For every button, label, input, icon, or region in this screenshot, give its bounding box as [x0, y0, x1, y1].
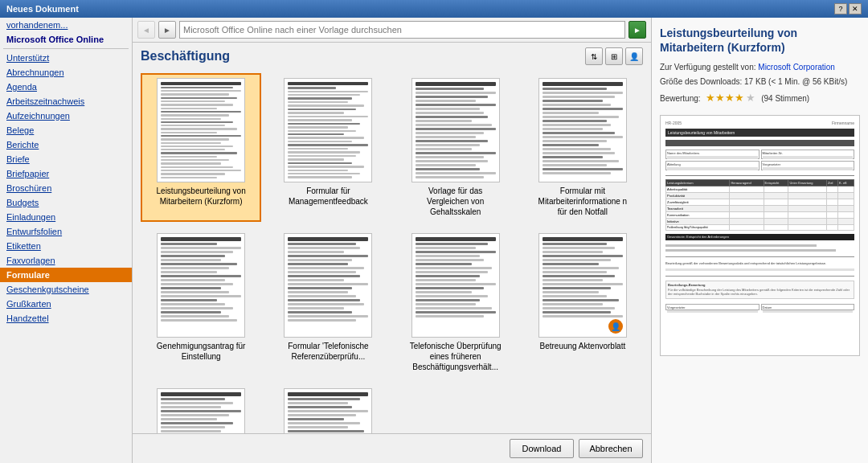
template-item-6[interactable]: Formular 'Telefonische Referenzüberprüfu… — [268, 228, 388, 377]
template-thumb-10 — [284, 388, 372, 433]
template-thumb-3 — [411, 78, 500, 182]
help-button[interactable]: ? — [834, 3, 847, 14]
template-thumb-5 — [157, 233, 245, 338]
template-item-2[interactable]: Formular für Managementfeedback — [268, 73, 388, 222]
template-thumb-8: 👤 — [538, 233, 627, 338]
sidebar-item-geschenkgutscheine[interactable]: Geschenkgutscheine — [0, 282, 132, 297]
stars-empty: ★ — [746, 90, 755, 106]
sidebar-item-einladungen[interactable]: Einladungen — [0, 210, 132, 224]
close-button[interactable]: ✕ — [849, 3, 862, 14]
category-icons: ⇅ ⊞ 👤 — [585, 47, 643, 65]
sidebar-item-etiketten[interactable]: Etiketten — [0, 239, 132, 253]
template-thumb-6 — [284, 233, 372, 338]
sidebar: vorhandenem... Microsoft Office Online U… — [0, 18, 133, 463]
template-thumb-1 — [157, 78, 245, 182]
template-thumb-7 — [411, 233, 500, 338]
cancel-button[interactable]: Abbrechen — [579, 439, 643, 458]
grid-view-icon[interactable]: ⊞ — [605, 47, 623, 65]
template-label-3: Vorlage für das Vergleichen von Gehaltss… — [409, 186, 502, 217]
preview-provider: Zur Verfügung gestellt von: Microsoft Co… — [660, 61, 860, 73]
main-content: ◄ ► ► Beschäftigung ⇅ ⊞ 👤 — [133, 18, 651, 463]
sidebar-item-vorhandene[interactable]: vorhandenem... — [0, 18, 132, 32]
window-controls: ? ✕ — [834, 3, 862, 14]
sidebar-item-abrechnungen[interactable]: Abrechnungen — [0, 65, 132, 80]
template-item-8[interactable]: 👤 Betreuung Aktenvorblatt — [522, 228, 643, 377]
sidebar-item-berichte[interactable]: Berichte — [0, 137, 132, 152]
template-item-9[interactable] — [141, 383, 261, 433]
window-title: Neues Dokument — [6, 4, 79, 14]
back-button[interactable]: ◄ — [137, 21, 155, 39]
template-label-8: Betreuung Aktenvorblatt — [540, 341, 626, 351]
download-button[interactable]: Download — [510, 439, 574, 458]
template-label-6: Formular 'Telefonische Referenzüberprüfu… — [282, 341, 375, 362]
sidebar-item-unterstuetzt[interactable]: Unterstützt — [0, 51, 132, 65]
preview-document-image: HR-2005 Firmenname Leistungsbeurteilung … — [660, 115, 860, 356]
user-icon[interactable]: 👤 — [625, 47, 643, 65]
sidebar-item-broschüren[interactable]: Broschüren — [0, 181, 132, 195]
sidebar-item-arbeitszeitnachweis[interactable]: Arbeitszeitnachweis — [0, 94, 132, 109]
dialog-body: vorhandenem... Microsoft Office Online U… — [0, 18, 868, 463]
sidebar-item-entwurfsfolien[interactable]: Entwurfsfolien — [0, 224, 132, 239]
category-title: Beschäftigung — [141, 49, 230, 64]
search-go-button[interactable]: ► — [628, 21, 646, 39]
template-item-1[interactable]: Leistungsbeurteilung von Mitarbeitern (K… — [141, 73, 261, 222]
sidebar-item-agenda[interactable]: Agenda — [0, 80, 132, 94]
bottom-bar: Download Abbrechen — [133, 433, 651, 463]
template-thumb-4 — [538, 78, 627, 182]
sidebar-item-belege[interactable]: Belege — [0, 123, 132, 137]
preview-rating: Bewertung: ★★★★★ (94 Stimmen) — [660, 90, 860, 106]
sidebar-item-grußkarten[interactable]: Grußkarten — [0, 297, 132, 311]
preview-panel: Leistungsbeurteilung von Mitarbeitern (K… — [651, 18, 868, 463]
template-thumb-2 — [284, 78, 372, 182]
toolbar: ◄ ► ► — [133, 18, 651, 43]
template-item-5[interactable]: Genehmigungsantrag für Einstellung — [141, 228, 261, 377]
sidebar-item-handzettel[interactable]: Handzettel — [0, 311, 132, 326]
preview-size: Größe des Downloads: 17 KB (< 1 Min. @ 5… — [660, 76, 860, 88]
category-header: Beschäftigung ⇅ ⊞ 👤 — [133, 43, 651, 68]
sidebar-divider — [3, 48, 129, 49]
sidebar-item-briefe[interactable]: Briefe — [0, 152, 132, 166]
template-label-4: Formular mit Mitarbeiterinformatione n f… — [536, 186, 628, 217]
sidebar-item-faxvorlagen[interactable]: Faxvorlagen — [0, 253, 132, 268]
sidebar-item-briefpapier[interactable]: Briefpapier — [0, 166, 132, 181]
template-item-3[interactable]: Vorlage für das Vergleichen von Gehaltss… — [395, 73, 516, 222]
template-item-10[interactable] — [268, 383, 388, 433]
forward-button[interactable]: ► — [158, 21, 176, 39]
search-input[interactable] — [179, 21, 625, 39]
templates-area: Leistungsbeurteilung von Mitarbeitern (K… — [133, 68, 651, 433]
sort-icon[interactable]: ⇅ — [585, 47, 603, 65]
size-value: 17 KB (< 1 Min. @ 56 KBit/s) — [744, 77, 847, 86]
template-label-1: Leistungsbeurteilung von Mitarbeitern (K… — [155, 186, 248, 207]
template-label-7: Telefonische Überprüfung eines früheren … — [409, 341, 502, 372]
template-thumb-9 — [157, 388, 245, 433]
template-item-7[interactable]: Telefonische Überprüfung eines früheren … — [395, 228, 516, 377]
stars-filled: ★★★★ — [706, 90, 744, 106]
preview-title: Leistungsbeurteilung von Mitarbeitern (K… — [660, 26, 860, 55]
template-label-5: Genehmigungsantrag für Einstellung — [155, 341, 248, 362]
title-bar: Neues Dokument ? ✕ — [0, 0, 868, 18]
sidebar-item-ms-office-online[interactable]: Microsoft Office Online — [0, 32, 132, 47]
sidebar-item-formulare[interactable]: Formulare — [0, 268, 132, 282]
template-item-4[interactable]: Formular mit Mitarbeiterinformatione n f… — [522, 73, 643, 222]
sidebar-item-budgets[interactable]: Budgets — [0, 195, 132, 210]
sidebar-item-aufzeichnungen[interactable]: Aufzeichnungen — [0, 109, 132, 123]
votes: (94 Stimmen) — [761, 92, 809, 104]
sidebar-scroll: vorhandenem... Microsoft Office Online U… — [0, 18, 132, 463]
template-label-2: Formular für Managementfeedback — [282, 186, 375, 207]
templates-grid: Leistungsbeurteilung von Mitarbeitern (K… — [141, 73, 643, 433]
provider-name: Microsoft Corporation — [758, 63, 835, 72]
